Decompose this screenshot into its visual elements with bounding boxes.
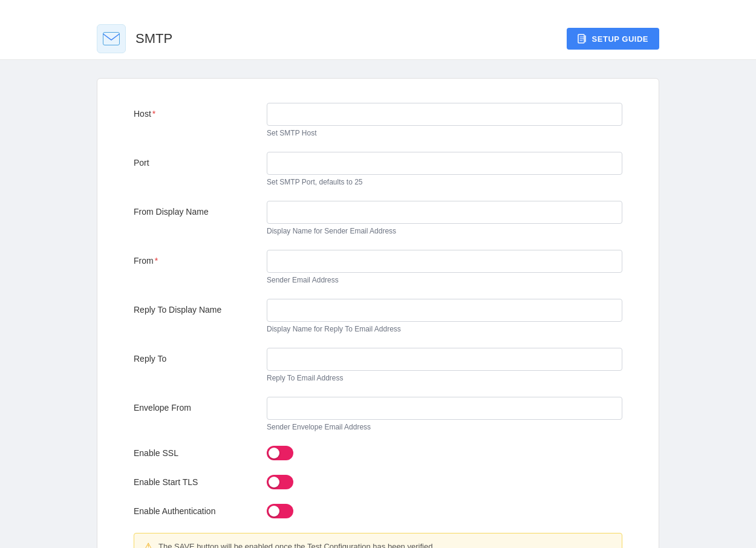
from-display-name-input[interactable] (267, 201, 622, 224)
enable-authentication-thumb (269, 506, 279, 517)
reply-to-display-name-row: Reply To Display Name Display Name for R… (134, 299, 622, 333)
book-icon (578, 34, 587, 44)
host-row: Host* Set SMTP Host (134, 103, 622, 137)
from-hint: Sender Email Address (267, 276, 622, 284)
envelope-from-label: Envelope From (134, 397, 267, 413)
enable-authentication-toggle[interactable] (267, 504, 293, 518)
from-display-name-hint: Display Name for Sender Email Address (267, 227, 622, 235)
warning-icon: ⚠ (144, 541, 152, 548)
enable-start-tls-toggle[interactable] (267, 475, 293, 489)
port-field: Set SMTP Port, defaults to 25 (267, 152, 622, 186)
envelope-from-field: Sender Envelope Email Address (267, 397, 622, 431)
reply-to-label: Reply To (134, 348, 267, 364)
setup-guide-button[interactable]: SETUP GUIDE (567, 28, 659, 50)
enable-ssl-thumb (269, 448, 279, 458)
setup-guide-label: SETUP GUIDE (592, 34, 648, 44)
host-field: Set SMTP Host (267, 103, 622, 137)
reply-to-display-name-field: Display Name for Reply To Email Address (267, 299, 622, 333)
enable-start-tls-thumb (269, 477, 279, 488)
from-field: Sender Email Address (267, 250, 622, 284)
port-row: Port Set SMTP Port, defaults to 25 (134, 152, 622, 186)
from-row: From* Sender Email Address (134, 250, 622, 284)
host-label: Host* (134, 103, 267, 119)
envelope-from-input[interactable] (267, 397, 622, 420)
from-required: * (155, 256, 158, 266)
warning-banner: ⚠ The SAVE button will be enabled once t… (134, 533, 622, 548)
from-label: From* (134, 250, 267, 266)
envelope-from-hint: Sender Envelope Email Address (267, 423, 622, 431)
form-card: Host* Set SMTP Host Port Set SMTP Port, … (97, 78, 659, 548)
enable-authentication-track (267, 504, 293, 518)
port-hint: Set SMTP Port, defaults to 25 (267, 178, 622, 186)
enable-authentication-row: Enable Authentication (134, 504, 622, 518)
email-icon (103, 30, 120, 47)
envelope-from-row: Envelope From Sender Envelope Email Addr… (134, 397, 622, 431)
reply-to-display-name-input[interactable] (267, 299, 622, 322)
enable-start-tls-row: Enable Start TLS (134, 475, 622, 489)
enable-authentication-label: Enable Authentication (134, 506, 267, 516)
reply-to-row: Reply To Reply To Email Address (134, 348, 622, 382)
from-display-name-row: From Display Name Display Name for Sende… (134, 201, 622, 235)
header: SMTP SETUP GUIDE (0, 18, 756, 60)
from-display-name-field: Display Name for Sender Email Address (267, 201, 622, 235)
app-icon (97, 24, 126, 53)
reply-to-input[interactable] (267, 348, 622, 371)
enable-ssl-row: Enable SSL (134, 446, 622, 460)
reply-to-display-name-label: Reply To Display Name (134, 299, 267, 315)
header-left: SMTP (97, 24, 172, 53)
enable-ssl-toggle[interactable] (267, 446, 293, 460)
host-hint: Set SMTP Host (267, 129, 622, 137)
warning-message: The SAVE button will be enabled once the… (158, 542, 432, 548)
svg-rect-0 (103, 33, 120, 45)
top-bar (0, 0, 756, 18)
enable-start-tls-label: Enable Start TLS (134, 477, 267, 487)
reply-to-hint: Reply To Email Address (267, 374, 622, 382)
from-display-name-label: From Display Name (134, 201, 267, 217)
host-required: * (152, 109, 155, 119)
page-title: SMTP (135, 31, 172, 47)
host-input[interactable] (267, 103, 622, 126)
port-input[interactable] (267, 152, 622, 175)
reply-to-field: Reply To Email Address (267, 348, 622, 382)
main-content: Host* Set SMTP Host Port Set SMTP Port, … (0, 60, 756, 548)
port-label: Port (134, 152, 267, 168)
from-input[interactable] (267, 250, 622, 273)
reply-to-display-name-hint: Display Name for Reply To Email Address (267, 325, 622, 333)
enable-ssl-label: Enable SSL (134, 448, 267, 458)
enable-ssl-track (267, 446, 293, 460)
enable-start-tls-track (267, 475, 293, 489)
